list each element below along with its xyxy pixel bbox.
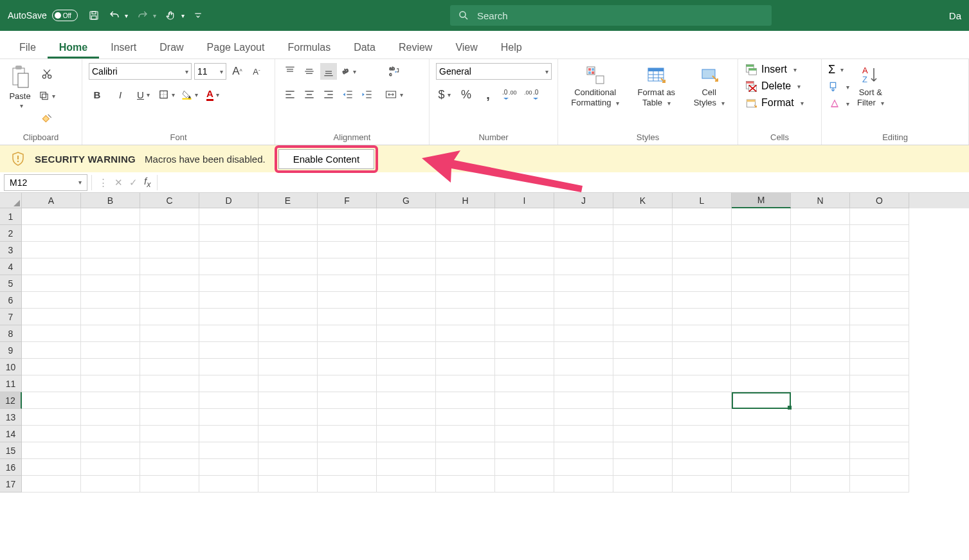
cell[interactable]	[791, 225, 850, 242]
cell[interactable]	[81, 342, 140, 359]
cell[interactable]	[318, 359, 377, 375]
cell[interactable]	[22, 426, 81, 442]
cell[interactable]	[318, 208, 377, 225]
cell[interactable]	[850, 342, 909, 359]
borders-button[interactable]: ▾	[158, 86, 175, 103]
cell[interactable]	[495, 208, 554, 225]
cell[interactable]	[554, 459, 613, 476]
row-header[interactable]: 6	[0, 292, 22, 309]
cell[interactable]	[81, 309, 140, 325]
cell[interactable]	[850, 409, 909, 426]
cell[interactable]	[495, 242, 554, 258]
cell[interactable]	[791, 426, 850, 442]
cell[interactable]	[318, 426, 377, 442]
col-header[interactable]: M	[732, 193, 791, 208]
cell[interactable]	[732, 459, 791, 476]
cell[interactable]	[673, 359, 732, 375]
cell[interactable]	[791, 476, 850, 492]
cell[interactable]	[850, 309, 909, 325]
cell[interactable]	[258, 225, 318, 242]
cell[interactable]	[554, 292, 613, 309]
cell[interactable]	[199, 459, 258, 476]
cell[interactable]	[495, 426, 554, 442]
row-header[interactable]: 12	[0, 392, 22, 409]
cell[interactable]	[613, 442, 673, 459]
conditional-formatting-button[interactable]: ConditionalFormatting ▾	[568, 63, 622, 109]
cell[interactable]	[732, 275, 791, 292]
cell[interactable]	[81, 242, 140, 258]
cell[interactable]	[22, 292, 81, 309]
undo-button[interactable]: ▾	[109, 10, 128, 21]
cell[interactable]	[81, 208, 140, 225]
cell[interactable]	[199, 208, 258, 225]
col-header[interactable]: I	[495, 193, 554, 208]
row-header[interactable]: 13	[0, 409, 22, 426]
cell[interactable]	[732, 426, 791, 442]
col-header[interactable]: N	[791, 193, 850, 208]
name-box[interactable]: M12 ▾	[4, 174, 87, 191]
cell[interactable]	[495, 476, 554, 492]
cell[interactable]	[199, 309, 258, 325]
cell[interactable]	[199, 242, 258, 258]
cell-styles-button[interactable]: CellStyles ▾	[691, 63, 727, 109]
cell[interactable]	[318, 442, 377, 459]
cell[interactable]	[495, 258, 554, 275]
cell[interactable]	[673, 409, 732, 426]
qat-customize-button[interactable]	[194, 11, 203, 20]
format-painter-button[interactable]	[39, 109, 55, 126]
cell[interactable]	[140, 258, 199, 275]
cell[interactable]	[732, 225, 791, 242]
cell[interactable]	[81, 392, 140, 409]
toggle-switch[interactable]: Off	[52, 10, 78, 21]
row-header[interactable]: 10	[0, 359, 22, 375]
cell[interactable]	[22, 325, 81, 342]
cell[interactable]	[258, 208, 318, 225]
cell[interactable]	[436, 392, 495, 409]
dropdown-icon[interactable]: ⋮	[98, 177, 108, 188]
cell[interactable]	[436, 375, 495, 392]
cell[interactable]	[850, 426, 909, 442]
font-name-combo[interactable]: Calibri▾	[89, 63, 192, 80]
cell[interactable]	[732, 292, 791, 309]
cell[interactable]	[140, 476, 199, 492]
cell[interactable]	[377, 426, 436, 442]
tab-page-layout[interactable]: Page Layout	[195, 35, 276, 59]
cell[interactable]	[673, 459, 732, 476]
search-box[interactable]	[450, 5, 772, 26]
cell[interactable]	[199, 258, 258, 275]
align-left-button[interactable]	[282, 86, 298, 103]
cell[interactable]	[554, 375, 613, 392]
cell[interactable]	[436, 225, 495, 242]
row-header[interactable]: 7	[0, 309, 22, 325]
cell[interactable]	[140, 426, 199, 442]
cell[interactable]	[613, 342, 673, 359]
cell[interactable]	[199, 392, 258, 409]
row-header[interactable]: 1	[0, 208, 22, 225]
cell[interactable]	[22, 392, 81, 409]
cell[interactable]	[495, 375, 554, 392]
wrap-text-button[interactable]: abc	[385, 63, 403, 80]
cell[interactable]	[22, 309, 81, 325]
cell[interactable]	[673, 225, 732, 242]
row-header[interactable]: 4	[0, 258, 22, 275]
tab-insert[interactable]: Insert	[99, 35, 148, 59]
cell[interactable]	[732, 342, 791, 359]
tab-data[interactable]: Data	[342, 35, 387, 59]
cell[interactable]	[318, 342, 377, 359]
cancel-formula-button[interactable]: ✕	[114, 177, 123, 188]
cell[interactable]	[22, 225, 81, 242]
cell[interactable]	[613, 392, 673, 409]
underline-button[interactable]: U▾	[135, 86, 152, 103]
cell[interactable]	[377, 409, 436, 426]
cell[interactable]	[791, 292, 850, 309]
accounting-format-button[interactable]: $▾	[436, 86, 453, 103]
cell[interactable]	[318, 476, 377, 492]
cell[interactable]	[850, 392, 909, 409]
row-header[interactable]: 3	[0, 242, 22, 258]
cell[interactable]	[554, 359, 613, 375]
cell[interactable]	[495, 359, 554, 375]
cell[interactable]	[140, 342, 199, 359]
cell[interactable]	[22, 375, 81, 392]
cell[interactable]	[791, 442, 850, 459]
spreadsheet-grid[interactable]: ABCDEFGHIJKLMNO1234567891011121314151617	[0, 193, 969, 492]
